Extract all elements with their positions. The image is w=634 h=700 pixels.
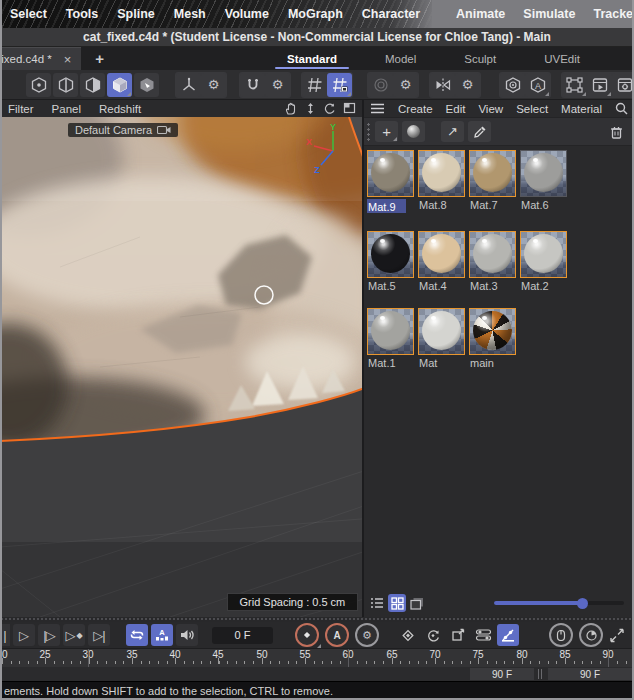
tab-standard[interactable]: Standard [263, 47, 361, 70]
record-active-objects-button[interactable] [549, 623, 573, 647]
menu-spline[interactable]: Spline [117, 7, 155, 21]
tab-model[interactable]: Model [361, 47, 440, 70]
new-default-material-button[interactable] [402, 121, 425, 142]
menu-tracker[interactable]: Tracker [593, 7, 634, 21]
menu-volume[interactable]: Volume [225, 7, 269, 21]
material-menu-select[interactable]: Select [516, 103, 548, 115]
tab-uvedit[interactable]: UVEdit [520, 47, 604, 70]
record-pie-button[interactable] [579, 623, 603, 647]
layer-view-button[interactable] [408, 594, 426, 612]
list-view-button[interactable] [368, 594, 386, 612]
render-settings-button[interactable] [612, 73, 634, 97]
pla-keys-icon [500, 628, 516, 642]
material-item[interactable]: Mat.4 [418, 231, 465, 292]
model-mode-button[interactable] [107, 73, 132, 97]
material-menu-edit[interactable]: Edit [446, 103, 466, 115]
document-tab[interactable]: fixed.c4d * × [0, 47, 81, 70]
material-menu-view[interactable]: View [478, 103, 503, 115]
material-item[interactable]: Mat.1 [367, 308, 414, 369]
record-keyframe-button[interactable] [295, 623, 319, 647]
search-icon[interactable] [615, 102, 628, 115]
maximize-view-icon[interactable] [343, 102, 356, 114]
rotate-camera-icon[interactable] [323, 102, 336, 115]
auto-mode-button[interactable]: A [525, 73, 550, 97]
loop-mode-button[interactable] [126, 624, 148, 646]
close-icon[interactable]: × [64, 53, 72, 66]
axis-tool-button[interactable] [176, 73, 201, 97]
key-rotation-button[interactable] [422, 624, 444, 646]
menu-mesh[interactable]: Mesh [174, 7, 206, 21]
tab-sculpt[interactable]: Sculpt [440, 47, 520, 70]
material-item[interactable]: main [469, 308, 516, 369]
pick-material-button[interactable] [468, 121, 491, 142]
key-position-button[interactable] [397, 624, 419, 646]
goto-end-button[interactable]: ▷| [88, 624, 110, 646]
snap-settings-button[interactable]: ⚙ [265, 73, 290, 97]
snap-button[interactable] [240, 73, 265, 97]
symmetry-settings-button[interactable]: ⚙ [455, 73, 480, 97]
drag-handle[interactable] [366, 122, 371, 142]
end-frame-field-right[interactable]: 90 F [548, 668, 632, 680]
viewport-menu-filter[interactable]: Filter [8, 103, 34, 115]
expand-timeline-button[interactable] [606, 624, 628, 646]
texture-mode-button[interactable] [134, 73, 159, 97]
render-region-button[interactable] [562, 73, 587, 97]
menu-animate[interactable]: Animate [456, 7, 505, 21]
gear-icon: ⚙ [208, 78, 220, 91]
material-item[interactable]: Mat.8 [418, 150, 465, 215]
axis-settings-button[interactable]: ⚙ [201, 73, 226, 97]
volume-button[interactable] [176, 624, 198, 646]
grid-button[interactable] [302, 73, 327, 97]
menu-simulate[interactable]: Simulate [523, 7, 575, 21]
material-item[interactable]: Mat.3 [469, 231, 516, 292]
end-frame-field[interactable]: 90 F [470, 668, 534, 680]
autokey-button[interactable]: A [325, 623, 349, 647]
keyframe-settings-button[interactable]: ⚙ [355, 623, 379, 647]
material-item[interactable]: Mat [418, 308, 465, 369]
material-menu-create[interactable]: Create [398, 103, 433, 115]
menu-character[interactable]: Character [362, 7, 420, 21]
material-item[interactable]: Mat.9 [367, 150, 414, 215]
pan-hand-icon[interactable] [284, 102, 298, 115]
new-tab-button[interactable]: + [81, 47, 118, 70]
key-scale-button[interactable] [447, 624, 469, 646]
polygon-mode-button[interactable] [80, 73, 105, 97]
next-frame-button[interactable]: |▷ [38, 624, 60, 646]
symmetry-button[interactable] [430, 73, 455, 97]
material-item[interactable]: Mat.5 [367, 231, 414, 292]
render-view-button[interactable] [587, 73, 612, 97]
camera-label[interactable]: Default Camera [68, 123, 178, 137]
preview-size-slider[interactable] [494, 597, 624, 609]
menu-tools[interactable]: Tools [66, 7, 98, 21]
material-preview-sphere [524, 153, 563, 192]
edge-mode-button[interactable] [53, 73, 78, 97]
range-handle[interactable] [538, 669, 544, 679]
material-item[interactable]: Mat.6 [520, 150, 567, 215]
quantize-button[interactable] [327, 73, 352, 97]
menu-select[interactable]: Select [10, 7, 47, 21]
timeline-ruler[interactable]: 20 25 30 35 40 45 50 55 60 65 70 75 80 8… [0, 648, 634, 667]
new-material-button[interactable]: + [375, 121, 398, 142]
current-frame-field[interactable]: 0 F [212, 627, 273, 644]
material-menu-material[interactable]: Material [561, 103, 602, 115]
material-item[interactable]: Mat.2 [520, 231, 567, 292]
viewport-menu-redshift[interactable]: Redshift [99, 103, 141, 115]
move-camera-icon[interactable] [305, 102, 316, 115]
menu-mograph[interactable]: MoGraph [288, 7, 343, 21]
points-mode-button[interactable] [26, 73, 51, 97]
next-key-button[interactable]: ▷◆ [63, 624, 85, 646]
material-item[interactable]: Mat.7 [469, 150, 516, 215]
grid-view-button[interactable] [388, 594, 406, 612]
sound-scrub-button[interactable]: A [151, 624, 173, 646]
solo-button[interactable] [500, 73, 525, 97]
delete-material-button[interactable] [605, 121, 628, 142]
key-pla-button[interactable] [497, 624, 519, 646]
play-button[interactable]: ▷ [13, 624, 35, 646]
viewport-canvas[interactable]: Default Camera Y X Z Grid Spacing : 0.5 … [0, 117, 362, 617]
slider-thumb[interactable] [577, 598, 588, 609]
goto-start-button[interactable]: | [0, 624, 10, 646]
viewport-menu-panel[interactable]: Panel [52, 103, 81, 115]
hamburger-menu-icon[interactable] [370, 103, 385, 114]
assign-material-button[interactable]: ↗ [441, 121, 464, 142]
key-parameter-button[interactable] [472, 624, 494, 646]
